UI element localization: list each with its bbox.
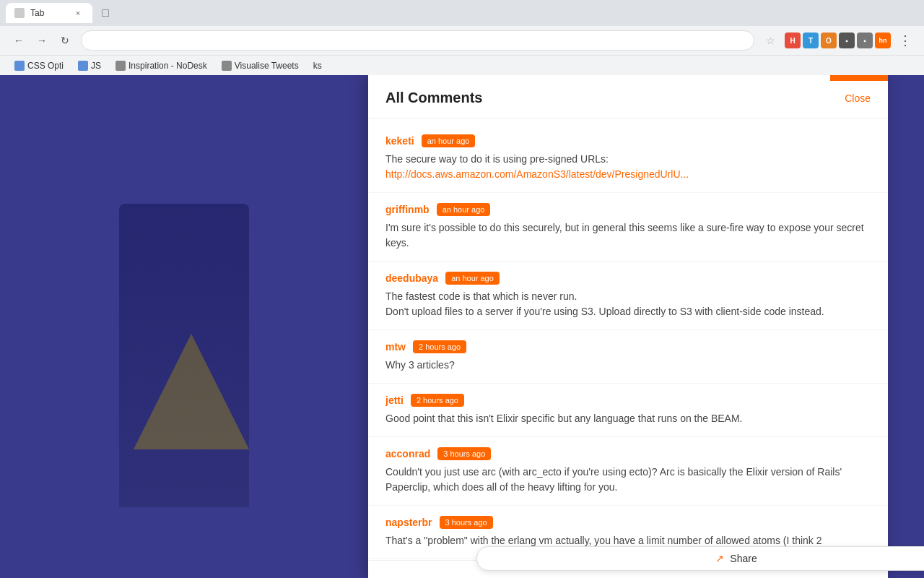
nav-buttons: ← → ↻ bbox=[9, 30, 75, 51]
address-input[interactable] bbox=[81, 30, 754, 51]
comment-author: keketi bbox=[385, 135, 414, 147]
comment-author: jetti bbox=[385, 394, 404, 406]
comment-time-badge: an hour ago bbox=[437, 203, 491, 216]
share-button[interactable]: ↗ Share bbox=[476, 546, 924, 571]
comment-meta: griffinmb an hour ago bbox=[385, 203, 871, 216]
new-tab-button[interactable]: □ bbox=[95, 3, 116, 23]
address-bar: ← → ↻ ☆ H T O ▪ ▪ hn ⋮ bbox=[0, 26, 924, 55]
ext-icon-hn[interactable]: hn bbox=[875, 33, 891, 48]
comments-list: keketi an hour ago The secure way to do … bbox=[368, 118, 888, 578]
comment-meta: keketi an hour ago bbox=[385, 134, 871, 147]
comments-panel: All Comments Close keketi an hour ago Th… bbox=[368, 75, 888, 578]
page-background: All Comments Close keketi an hour ago Th… bbox=[0, 75, 924, 578]
extension-icons: H T O ▪ ▪ hn bbox=[785, 33, 891, 48]
comment-meta: jetti 2 hours ago bbox=[385, 394, 871, 407]
tab-favicon bbox=[14, 8, 25, 18]
comment-link[interactable]: http://docs.aws.amazon.com/AmazonS3/late… bbox=[385, 168, 689, 180]
browser-chrome: Tab × □ ← → ↻ ☆ H T O ▪ ▪ hn ⋮ C bbox=[0, 0, 924, 76]
bookmark-css-opti[interactable]: CSS Opti bbox=[9, 59, 69, 72]
comment-item: deedubaya an hour ago The fastest code i… bbox=[368, 262, 888, 330]
ext-icon-5[interactable]: ▪ bbox=[857, 33, 873, 48]
ext-icon-3[interactable]: O bbox=[821, 33, 837, 48]
comment-time-badge: an hour ago bbox=[422, 134, 476, 147]
comment-author: deedubaya bbox=[385, 272, 438, 284]
bookmark-label: JS bbox=[91, 61, 101, 71]
ext-icon-4[interactable]: ▪ bbox=[839, 33, 855, 48]
folder-icon bbox=[78, 61, 88, 71]
tab-bar: Tab × □ bbox=[0, 0, 924, 26]
comment-meta: acconrad 3 hours ago bbox=[385, 447, 871, 460]
comment-text: Good point that this isn't Elixir specif… bbox=[385, 411, 871, 426]
comment-time-badge: 3 hours ago bbox=[440, 516, 493, 529]
bookmark-visualise[interactable]: Visualise Tweets bbox=[216, 59, 305, 72]
bookmark-label: ks bbox=[313, 61, 322, 71]
reload-button[interactable]: ↻ bbox=[55, 30, 75, 51]
close-button[interactable]: Close bbox=[845, 92, 871, 104]
page-icon bbox=[222, 61, 232, 71]
comment-author: mtw bbox=[385, 341, 406, 353]
comment-meta: deedubaya an hour ago bbox=[385, 272, 871, 285]
comment-text: The fastest code is that which is never … bbox=[385, 289, 871, 319]
comment-time-badge: 3 hours ago bbox=[437, 447, 491, 460]
toolbar-icons: ☆ H T O ▪ ▪ hn ⋮ bbox=[760, 30, 915, 51]
active-tab[interactable]: Tab × bbox=[6, 3, 92, 23]
bookmark-label: Inspiration - NoDesk bbox=[128, 61, 207, 71]
comment-author: napsterbr bbox=[385, 517, 432, 528]
tab-close-button[interactable]: × bbox=[72, 7, 84, 19]
comment-time-badge: 2 hours ago bbox=[411, 394, 464, 407]
bookmark-ks[interactable]: ks bbox=[308, 59, 328, 72]
back-button[interactable]: ← bbox=[9, 30, 29, 51]
comment-text: Why 3 articles? bbox=[385, 358, 871, 373]
comment-author: griffinmb bbox=[385, 204, 430, 215]
comment-item: keketi an hour ago The secure way to do … bbox=[368, 124, 888, 193]
comment-author: acconrad bbox=[385, 448, 430, 460]
forward-button[interactable]: → bbox=[32, 30, 52, 51]
comment-item: acconrad 3 hours ago Couldn't you just u… bbox=[368, 437, 888, 506]
menu-button[interactable]: ⋮ bbox=[895, 30, 915, 51]
page-icon bbox=[116, 61, 126, 71]
folder-icon bbox=[14, 61, 25, 71]
share-label: Share bbox=[730, 553, 757, 564]
bookmark-label: CSS Opti bbox=[27, 61, 64, 71]
comment-time-badge: 2 hours ago bbox=[413, 340, 466, 353]
ext-icon-1[interactable]: H bbox=[785, 33, 801, 48]
share-icon: ↗ bbox=[715, 553, 724, 564]
comment-text: I'm sure it's possible to do this secure… bbox=[385, 220, 871, 251]
comment-time-badge: an hour ago bbox=[445, 272, 500, 285]
comment-text: The secure way to do it is using pre-sig… bbox=[385, 152, 871, 182]
comments-panel-title: All Comments bbox=[385, 90, 482, 106]
comment-item: griffinmb an hour ago I'm sure it's poss… bbox=[368, 193, 888, 262]
comment-item: jetti 2 hours ago Good point that this i… bbox=[368, 384, 888, 437]
bookmark-label: Visualise Tweets bbox=[235, 61, 299, 71]
tab-title: Tab bbox=[30, 8, 66, 18]
comment-meta: napsterbr 3 hours ago bbox=[385, 516, 871, 529]
page-left-content bbox=[0, 75, 368, 578]
comment-text: Couldn't you just use arc (with arc_ecto… bbox=[385, 465, 871, 495]
comment-item: mtw 2 hours ago Why 3 articles? bbox=[368, 330, 888, 384]
comments-header: All Comments Close bbox=[368, 75, 888, 118]
ext-icon-2[interactable]: T bbox=[803, 33, 819, 48]
bookmark-nodesk[interactable]: Inspiration - NoDesk bbox=[110, 59, 213, 72]
comment-meta: mtw 2 hours ago bbox=[385, 340, 871, 353]
bookmarks-bar: CSS Opti JS Inspiration - NoDesk Visuali… bbox=[0, 55, 924, 75]
bookmark-star-icon[interactable]: ☆ bbox=[760, 30, 780, 51]
bookmark-js[interactable]: JS bbox=[72, 59, 107, 72]
